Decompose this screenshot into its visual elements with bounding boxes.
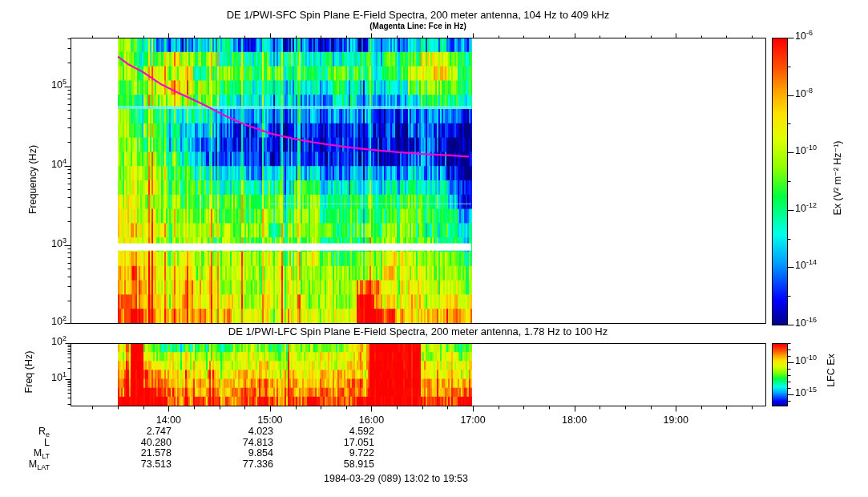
lfc-y-tick-label: 102 — [24, 336, 67, 348]
ephemeris-value: 2.747 — [147, 426, 172, 437]
ephemeris-row-label-mlt: MLT — [34, 447, 50, 459]
ephemeris-value: 4.023 — [248, 426, 273, 437]
x-tick-label: 14:00 — [140, 414, 196, 426]
ephemeris-value: 73.513 — [141, 459, 172, 470]
ephemeris-value: 77.336 — [243, 459, 273, 470]
footer-time-range: 1984-03-29 (089) 13:02 to 19:53 — [236, 473, 556, 484]
lfc-y-tick-label: 101 — [24, 372, 67, 384]
x-tick-label: 15:00 — [242, 414, 298, 426]
ephemeris-value: 9.722 — [349, 447, 374, 459]
sfc-y-tick-label: 103 — [24, 238, 67, 250]
ephemeris-row-label-mlat: MLAT — [29, 459, 50, 471]
sfc-y-tick-label: 102 — [24, 316, 67, 328]
sfc-y-tick-label: 104 — [24, 159, 67, 171]
ephemeris-value: 21.578 — [141, 447, 172, 459]
sfc-colorbar-tick-label: 10-14 — [795, 260, 817, 272]
sfc-colorbar-tick-label: 10-10 — [795, 145, 817, 157]
sfc-title: DE 1/PWI-SFC Spin Plane E-Field Spectra,… — [71, 9, 765, 21]
ephemeris-row-label-re: Re — [38, 426, 50, 438]
ephemeris-value: 4.592 — [349, 426, 374, 437]
figure: DE 1/PWI-SFC Spin Plane E-Field Spectra,… — [0, 0, 868, 497]
sfc-subtitle: (Magenta Line: Fce in Hz) — [71, 22, 765, 30]
ephemeris-value: 40.280 — [141, 437, 172, 448]
x-tick-label: 18:00 — [547, 414, 603, 426]
lfc-colorbar-label: LFC Ex — [826, 322, 837, 418]
sfc-colorbar-tick-label: 10-8 — [795, 88, 813, 100]
ephemeris-value: 9.854 — [248, 447, 273, 459]
sfc-colorbar-tick-label: 10-16 — [795, 317, 817, 329]
ephemeris-value: 74.813 — [243, 437, 273, 448]
lfc-colorbar-tick-label: 10-15 — [795, 387, 817, 399]
sfc-colorbar-tick-label: 10-12 — [795, 203, 817, 215]
x-tick-label: 19:00 — [648, 414, 704, 426]
lfc-colorbar-tick-label: 10-10 — [795, 355, 817, 367]
ephemeris-value: 17.051 — [344, 437, 374, 448]
lfc-title: DE 1/PWI-LFC Spin Plane E-Field Spectra,… — [71, 325, 765, 337]
spectrogram-canvas — [0, 0, 868, 497]
x-tick-label: 17:00 — [445, 414, 501, 426]
sfc-colorbar-tick-label: 10-6 — [795, 30, 813, 42]
x-tick-label: 16:00 — [343, 414, 399, 426]
ephemeris-value: 58.915 — [344, 459, 374, 470]
sfc-colorbar-label: Ex (V² m⁻² Hz⁻¹) — [832, 90, 843, 266]
sfc-y-tick-label: 105 — [24, 79, 67, 91]
